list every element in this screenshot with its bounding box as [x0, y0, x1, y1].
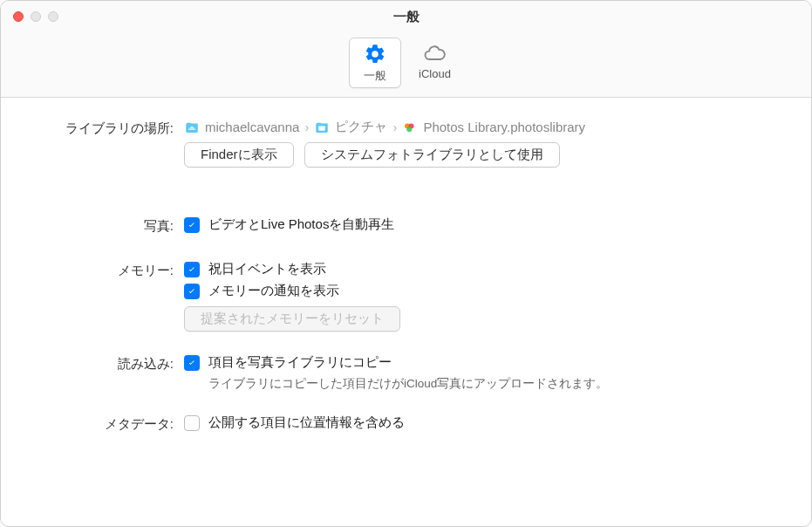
- breadcrumb-segment: Photos Library.photoslibrary: [423, 120, 585, 134]
- preferences-window: 一般 一般 iCloud ライブラリの場所: michaelcavan: [0, 0, 812, 527]
- gear-icon: [363, 42, 387, 66]
- library-path-breadcrumb: michaelcavanna › ピクチャ › Photos Library.p…: [184, 119, 776, 135]
- titlebar: 一般: [1, 1, 811, 32]
- svg-rect-0: [319, 126, 326, 130]
- toolbar: 一般 iCloud: [1, 32, 811, 98]
- use-as-system-library-button[interactable]: システムフォトライブラリとして使用: [304, 142, 560, 168]
- tab-icloud[interactable]: iCloud: [406, 38, 463, 88]
- metadata-section-label: メタデータ:: [36, 414, 184, 436]
- photos-section-label: 写真:: [36, 216, 184, 238]
- cloud-icon: [422, 41, 447, 65]
- copy-items-label: 項目を写真ライブラリにコピー: [208, 354, 392, 371]
- memories-section-label: メモリー:: [36, 261, 184, 332]
- chevron-right-icon: ›: [392, 120, 397, 134]
- tab-label: iCloud: [419, 67, 451, 80]
- breadcrumb-segment: michaelcavanna: [205, 120, 299, 134]
- copy-items-checkbox[interactable]: [184, 355, 200, 371]
- breadcrumb-segment: ピクチャ: [335, 119, 387, 135]
- window-controls: [1, 11, 58, 22]
- show-memory-notifications-checkbox[interactable]: [184, 284, 200, 299]
- tab-label: 一般: [364, 68, 386, 84]
- pictures-folder-icon: [314, 120, 330, 135]
- autoplay-label: ビデオとLive Photosを自動再生: [208, 216, 394, 233]
- zoom-window-button[interactable]: [48, 11, 58, 22]
- reset-suggested-memories-button[interactable]: 提案されたメモリーをリセット: [184, 306, 400, 332]
- importing-section-label: 読み込み:: [36, 354, 184, 392]
- minimize-window-button[interactable]: [31, 11, 41, 22]
- svg-point-3: [407, 127, 413, 132]
- show-in-finder-button[interactable]: Finderに表示: [184, 142, 294, 168]
- chevron-right-icon: ›: [304, 120, 309, 134]
- show-memory-notifications-label: メモリーの通知を表示: [208, 283, 339, 299]
- home-folder-icon: [184, 120, 200, 135]
- include-location-checkbox[interactable]: [184, 415, 200, 431]
- window-title: 一般: [1, 9, 811, 25]
- show-holidays-checkbox[interactable]: [184, 262, 200, 277]
- autoplay-checkbox[interactable]: [184, 217, 200, 233]
- library-location-label: ライブラリの場所:: [36, 119, 184, 194]
- include-location-label: 公開する項目に位置情報を含める: [208, 414, 405, 431]
- content-area: ライブラリの場所: michaelcavanna › ピクチャ ›: [1, 98, 811, 436]
- photos-library-icon: [402, 120, 418, 135]
- tab-general[interactable]: 一般: [349, 38, 401, 88]
- importing-helper-text: ライブラリにコピーした項目だけがiCloud写真にアップロードされます。: [208, 376, 776, 392]
- show-holidays-label: 祝日イベントを表示: [208, 261, 326, 277]
- close-window-button[interactable]: [13, 11, 24, 22]
